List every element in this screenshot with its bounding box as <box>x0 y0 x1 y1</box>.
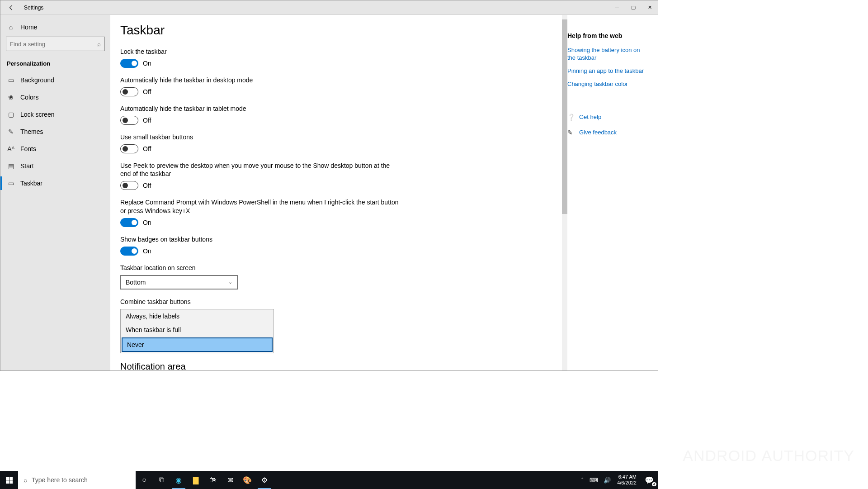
paint-icon[interactable]: 🎨 <box>239 471 256 489</box>
setting-label: Lock the taskbar <box>120 47 401 56</box>
system-tray: ˄ ⌨ 🔊 6:47 AM 4/6/2022 💬4 <box>578 471 658 489</box>
taskbar-search[interactable]: ⌕ Type here to search <box>18 471 136 489</box>
minimize-button[interactable]: ─ <box>609 0 625 15</box>
help-title: Help from the web <box>567 32 650 39</box>
tray-overflow-icon[interactable]: ˄ <box>578 477 587 484</box>
toggle-badges[interactable] <box>120 247 138 256</box>
select-value: Bottom <box>126 279 146 286</box>
tray-clock[interactable]: 6:47 AM 4/6/2022 <box>613 474 640 486</box>
settings-taskbar-icon[interactable]: ⚙ <box>256 471 273 489</box>
toggle-state: On <box>143 60 151 67</box>
sidebar-item-fonts[interactable]: Aᴬ Fonts <box>0 140 110 157</box>
watermark: ANDROID AUTHORITY <box>683 447 854 465</box>
search-input[interactable] <box>10 41 97 47</box>
sidebar: ⌂ Home ⌕ Personalization ▭ Background ❀ … <box>0 15 110 370</box>
fonts-icon: Aᴬ <box>7 145 15 152</box>
sidebar-item-label: Themes <box>20 128 43 135</box>
home-icon: ⌂ <box>7 24 15 31</box>
toggle-state: Off <box>143 145 151 152</box>
close-button[interactable]: ✕ <box>642 0 658 15</box>
toggle-peek[interactable] <box>120 181 138 190</box>
setting-label: Combine taskbar buttons <box>120 298 401 306</box>
toggle-autohide-tablet[interactable] <box>120 116 138 125</box>
window-controls: ─ ▢ ✕ <box>609 0 658 15</box>
setting-small-buttons: Use small taskbar buttons Off <box>120 133 401 153</box>
setting-lock-taskbar: Lock the taskbar On <box>120 47 401 68</box>
toggle-small-buttons[interactable] <box>120 144 138 153</box>
toggle-state: On <box>143 219 151 226</box>
toggle-state: Off <box>143 88 151 95</box>
background-icon: ▭ <box>7 76 15 84</box>
setting-label: Replace Command Prompt with Windows Powe… <box>120 198 401 215</box>
settings-window: Settings ─ ▢ ✕ ⌂ Home ⌕ Personalization … <box>0 0 658 371</box>
tray-time: 6:47 AM <box>617 474 637 480</box>
sidebar-item-background[interactable]: ▭ Background <box>0 71 110 89</box>
toggle-state: On <box>143 247 151 255</box>
tray-keyboard-icon[interactable]: ⌨ <box>587 477 601 484</box>
section-notification-area: Notification area <box>120 361 557 370</box>
setting-label: Use Peek to preview the desktop when you… <box>120 161 401 179</box>
tray-date: 4/6/2022 <box>617 480 637 486</box>
tray-volume-icon[interactable]: 🔊 <box>601 477 613 484</box>
scrollbar-track[interactable] <box>562 15 567 370</box>
setting-label: Use small taskbar buttons <box>120 133 401 142</box>
search-box[interactable]: ⌕ <box>6 37 105 51</box>
window-title: Settings <box>24 5 43 11</box>
action-center-icon[interactable]: 💬4 <box>640 471 658 489</box>
task-view-icon[interactable]: ⧉ <box>153 471 170 489</box>
setting-badges: Show badges on taskbar buttons On <box>120 235 401 256</box>
setting-label: Automatically hide the taskbar in deskto… <box>120 76 401 85</box>
toggle-state: Off <box>143 117 151 124</box>
lockscreen-icon: ▢ <box>7 111 15 118</box>
setting-label: Automatically hide the taskbar in tablet… <box>120 104 401 113</box>
scrollbar-thumb[interactable] <box>562 19 567 214</box>
sidebar-item-lockscreen[interactable]: ▢ Lock screen <box>0 106 110 123</box>
toggle-state: Off <box>143 182 151 189</box>
help-column: Help from the web Showing the battery ic… <box>567 15 658 370</box>
sidebar-item-taskbar[interactable]: ▭ Taskbar <box>0 175 110 192</box>
cortana-icon[interactable]: ○ <box>136 471 153 489</box>
give-feedback-label: Give feedback <box>579 129 617 136</box>
titlebar: Settings ─ ▢ ✕ <box>0 0 658 15</box>
content-area: Taskbar Lock the taskbar On Automaticall… <box>110 15 567 370</box>
toggle-autohide-desktop[interactable] <box>120 87 138 96</box>
select-taskbar-location[interactable]: Bottom ⌄ <box>120 275 238 290</box>
sidebar-item-label: Lock screen <box>20 111 54 118</box>
search-icon: ⌕ <box>97 41 101 47</box>
search-icon: ⌕ <box>24 476 27 484</box>
sidebar-item-colors[interactable]: ❀ Colors <box>0 89 110 106</box>
help-link-color[interactable]: Changing taskbar color <box>567 81 650 88</box>
dropdown-combine-open: Always, hide labels When taskbar is full… <box>120 309 274 353</box>
sidebar-item-label: Taskbar <box>20 180 42 187</box>
file-explorer-icon[interactable]: ▇ <box>187 471 204 489</box>
themes-icon: ✎ <box>7 128 15 135</box>
back-button[interactable] <box>0 0 22 15</box>
setting-combine: Combine taskbar buttons Always, hide lab… <box>120 298 401 353</box>
sidebar-item-start[interactable]: ▤ Start <box>0 157 110 175</box>
store-icon[interactable]: 🛍 <box>204 471 222 489</box>
sidebar-item-label: Fonts <box>20 145 36 152</box>
setting-powershell: Replace Command Prompt with Windows Powe… <box>120 198 401 227</box>
start-icon: ▤ <box>7 162 15 170</box>
maximize-button[interactable]: ▢ <box>625 0 642 15</box>
setting-autohide-desktop: Automatically hide the taskbar in deskto… <box>120 76 401 96</box>
give-feedback-link[interactable]: ✎ Give feedback <box>567 129 650 136</box>
toggle-powershell[interactable] <box>120 218 138 227</box>
setting-peek: Use Peek to preview the desktop when you… <box>120 161 401 190</box>
dropdown-option-always[interactable]: Always, hide labels <box>121 309 274 323</box>
dropdown-option-never[interactable]: Never <box>122 337 273 352</box>
get-help-link[interactable]: ❔ Get help <box>567 114 650 121</box>
setting-label: Show badges on taskbar buttons <box>120 235 401 244</box>
taskbar-search-placeholder: Type here to search <box>32 476 88 484</box>
sidebar-home[interactable]: ⌂ Home <box>0 19 110 36</box>
help-link-pinning[interactable]: Pinning an app to the taskbar <box>567 67 650 75</box>
toggle-lock-taskbar[interactable] <box>120 59 138 68</box>
start-button[interactable] <box>0 471 18 489</box>
taskbar: ⌕ Type here to search ○ ⧉ ◉ ▇ 🛍 ✉ 🎨 ⚙ ˄ … <box>0 471 658 489</box>
help-icon: ❔ <box>567 114 575 121</box>
sidebar-item-themes[interactable]: ✎ Themes <box>0 123 110 140</box>
edge-icon[interactable]: ◉ <box>170 471 187 489</box>
mail-icon[interactable]: ✉ <box>222 471 239 489</box>
help-link-battery[interactable]: Showing the battery icon on the taskbar <box>567 47 650 62</box>
dropdown-option-when-full[interactable]: When taskbar is full <box>121 323 274 337</box>
